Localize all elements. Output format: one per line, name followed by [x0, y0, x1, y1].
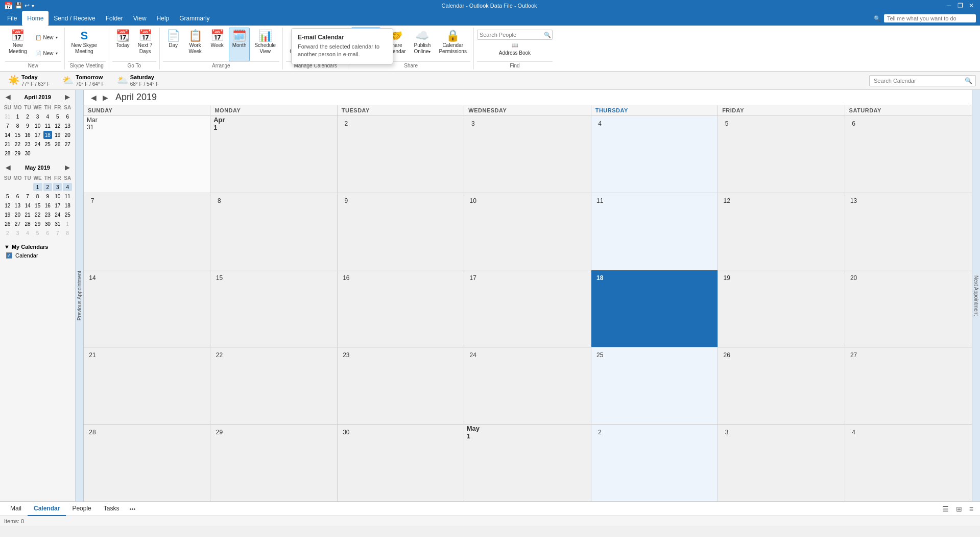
table-row[interactable]: 4 [43, 112, 52, 121]
may-prev-btn[interactable]: ◀ [4, 164, 12, 172]
calendar-cell-29[interactable]: 29 [210, 425, 337, 501]
table-row[interactable]: 24 [33, 140, 42, 148]
table-row[interactable]: 18 [43, 131, 52, 139]
table-row[interactable]: 17 [33, 131, 42, 139]
table-row[interactable]: 7 [53, 229, 62, 237]
calendar-cell-mar31[interactable]: Mar 31 [84, 116, 210, 193]
table-row[interactable]: 1 [13, 112, 22, 121]
calendar-prev-month-button[interactable]: ◀ [88, 92, 100, 103]
table-row[interactable]: 1 [63, 220, 72, 228]
calendar-cell-apr1[interactable]: Apr 1 [210, 116, 337, 193]
calendar-cell-2[interactable]: 2 [338, 116, 464, 193]
calendar-cell-27[interactable]: 27 [845, 347, 972, 424]
menu-home[interactable]: Home [22, 11, 49, 26]
table-row[interactable]: 31 [3, 112, 12, 121]
table-row[interactable]: 21 [3, 140, 12, 148]
publish-online-button[interactable]: ☁️ PublishOnline▾ [411, 28, 435, 61]
calendar-cell-8[interactable]: 8 [210, 193, 337, 270]
new-skype-meeting-button[interactable]: S New SkypeMeeting [68, 28, 101, 61]
previous-appointment-bar[interactable]: Previous Appointment [76, 90, 84, 501]
menu-send-receive[interactable]: Send / Receive [49, 11, 100, 26]
restore-button[interactable]: ❐ [955, 1, 965, 10]
nav-mail[interactable]: Mail [4, 502, 28, 516]
table-row[interactable]: 12 [53, 122, 62, 130]
today-button[interactable]: 📆 Today [112, 28, 133, 61]
nav-calendar[interactable]: Calendar [28, 502, 66, 516]
table-row[interactable]: 28 [3, 149, 12, 157]
calendar-cell-6[interactable]: 6 [845, 116, 972, 193]
table-row[interactable]: 8 [63, 229, 72, 237]
quick-save-icon[interactable]: 💾 [15, 2, 22, 9]
table-row[interactable]: 26 [3, 220, 12, 228]
calendar-cell-5[interactable]: 5 [718, 116, 845, 193]
table-row[interactable]: 19 [53, 131, 62, 139]
calendar-cell-15[interactable]: 15 [210, 270, 337, 347]
calendar-next-month-button[interactable]: ▶ [100, 92, 111, 103]
calendar-cell-16[interactable]: 16 [338, 270, 464, 347]
table-row[interactable]: 3 [33, 112, 42, 121]
table-row[interactable]: 7 [3, 122, 12, 130]
table-row[interactable]: 8 [13, 122, 22, 130]
menu-file[interactable]: File [2, 11, 22, 26]
may-next-btn[interactable]: ▶ [63, 164, 71, 172]
calendar-cell-may2[interactable]: 2 [591, 425, 718, 501]
table-row[interactable]: 11 [43, 122, 52, 130]
table-row[interactable]: 12 [3, 201, 12, 209]
table-row[interactable]: 9 [43, 192, 52, 200]
table-row[interactable]: 3 [53, 183, 62, 191]
nav-more-button[interactable]: ••• [125, 504, 139, 514]
menu-help[interactable]: Help [152, 11, 175, 26]
calendar-cell-10[interactable]: 10 [464, 193, 591, 270]
table-row[interactable]: 22 [13, 140, 22, 148]
calendar-cell-18[interactable]: 18 [591, 270, 718, 347]
week-view-button[interactable]: 📅 Week [207, 28, 228, 61]
table-row[interactable]: 18 [63, 201, 72, 209]
work-week-button[interactable]: 📋 WorkWeek [185, 28, 206, 61]
calendar-cell-28[interactable]: 28 [84, 425, 210, 501]
new-meeting-button[interactable]: 📅 NewMeeting [5, 28, 31, 61]
calendar-cell-7[interactable]: 7 [84, 193, 210, 270]
close-button[interactable]: ✕ [967, 1, 976, 10]
calendar-permissions-button[interactable]: 🔒 CalendarPermissions [435, 28, 470, 61]
schedule-view-button[interactable]: 📊 ScheduleView [251, 28, 279, 61]
calendar-item[interactable]: ✓ Calendar [2, 251, 73, 260]
next7days-button[interactable]: 📅 Next 7Days [134, 28, 156, 61]
table-row[interactable]: 26 [53, 140, 62, 148]
calendar-cell-may1[interactable]: May 1 [464, 425, 591, 501]
table-row[interactable]: 4 [23, 229, 32, 237]
calendar-cell-17[interactable]: 17 [464, 270, 591, 347]
calendar-cell-may3[interactable]: 3 [718, 425, 845, 501]
nav-tasks[interactable]: Tasks [98, 502, 126, 516]
table-row[interactable]: 10 [33, 122, 42, 130]
table-row[interactable]: 20 [13, 211, 22, 219]
table-row[interactable]: 8 [33, 192, 42, 200]
calendar-search-input[interactable] [870, 76, 962, 86]
table-row[interactable]: 19 [3, 211, 12, 219]
table-row[interactable]: 31 [53, 220, 62, 228]
calendar-cell-4[interactable]: 4 [591, 116, 718, 193]
table-row[interactable]: 13 [13, 201, 22, 209]
table-row[interactable]: 28 [23, 220, 32, 228]
table-row[interactable]: 11 [63, 192, 72, 200]
address-book-button[interactable]: 📖 Address Book [477, 41, 553, 52]
calendar-cell-22[interactable]: 22 [210, 347, 337, 424]
table-row[interactable]: 3 [13, 229, 22, 237]
table-row[interactable]: 25 [43, 140, 52, 148]
menu-view[interactable]: View [128, 11, 152, 26]
calendar-checkbox[interactable]: ✓ [6, 252, 12, 259]
table-row[interactable]: 14 [23, 201, 32, 209]
table-row[interactable]: 20 [63, 131, 72, 139]
table-row[interactable]: 23 [23, 140, 32, 148]
table-row[interactable]: 13 [63, 122, 72, 130]
table-row[interactable]: 16 [23, 131, 32, 139]
calendar-cell-3[interactable]: 3 [464, 116, 591, 193]
table-row[interactable]: 6 [63, 112, 72, 121]
table-row[interactable]: 30 [23, 149, 32, 157]
day-view-button[interactable]: 📄 Day [163, 28, 184, 61]
table-row[interactable]: 2 [23, 112, 32, 121]
table-row[interactable]: 29 [13, 149, 22, 157]
table-row[interactable]: 29 [33, 220, 42, 228]
table-row[interactable]: 2 [43, 183, 52, 191]
calendar-cell-9[interactable]: 9 [338, 193, 464, 270]
calendar-cell-21[interactable]: 21 [84, 347, 210, 424]
